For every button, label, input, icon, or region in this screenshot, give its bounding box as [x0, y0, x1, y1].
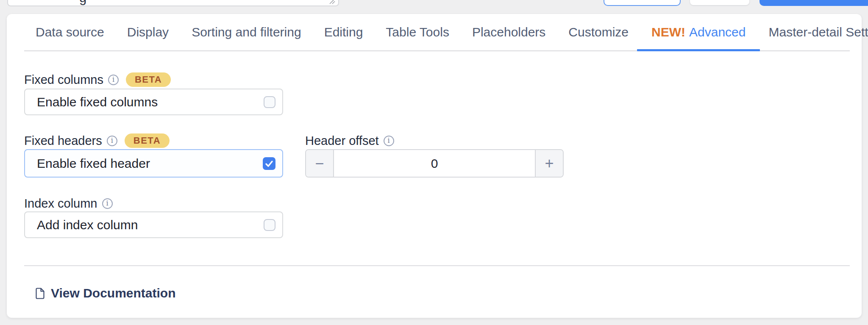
- enable-fixed-columns-field[interactable]: Enable fixed columns: [24, 89, 283, 115]
- info-icon[interactable]: [384, 136, 394, 146]
- beta-badge: BETA: [125, 133, 170, 148]
- beta-badge: BETA: [126, 72, 171, 87]
- tab-display[interactable]: Display: [116, 14, 180, 50]
- tab-customize[interactable]: Customize: [557, 14, 640, 50]
- checkmark-icon: [264, 159, 274, 168]
- header-offset-label: Header offset: [305, 134, 379, 148]
- index-column-label-row: Index column: [24, 196, 113, 211]
- add-index-column-label: Add index column: [37, 218, 264, 232]
- toolbar-outline-button[interactable]: [604, 0, 681, 6]
- add-index-column-field[interactable]: Add index column: [24, 211, 283, 238]
- header-offset-input[interactable]: [333, 150, 536, 177]
- resize-handle-icon[interactable]: [328, 0, 336, 4]
- header-offset-stepper: − +: [305, 149, 564, 178]
- toolbar-secondary-button[interactable]: [690, 0, 749, 5]
- decrease-button[interactable]: −: [306, 150, 333, 177]
- view-documentation-link[interactable]: View Documentation: [36, 284, 176, 302]
- code-editor-textarea[interactable]: g: [7, 0, 339, 6]
- tab-data-source[interactable]: Data source: [24, 14, 116, 50]
- enable-fixed-header-field[interactable]: Enable fixed header: [24, 149, 283, 178]
- increase-button[interactable]: +: [536, 150, 563, 177]
- tab-master-detail-settings[interactable]: Master-detail Settings: [757, 14, 868, 50]
- fixed-headers-label-row: Fixed headers BETA: [24, 133, 170, 148]
- fixed-headers-label: Fixed headers: [24, 134, 102, 148]
- info-icon[interactable]: [107, 136, 117, 146]
- fixed-columns-label: Fixed columns: [24, 73, 103, 87]
- settings-tab-bar: Data source Display Sorting and filterin…: [24, 14, 850, 51]
- settings-panel: Data source Display Sorting and filterin…: [7, 14, 862, 318]
- add-index-column-checkbox[interactable]: [264, 219, 275, 231]
- enable-fixed-header-label: Enable fixed header: [37, 156, 263, 171]
- index-column-label: Index column: [24, 197, 97, 211]
- enable-fixed-header-checkbox[interactable]: [263, 157, 275, 170]
- toolbar-primary-button[interactable]: [760, 0, 868, 6]
- tab-advanced[interactable]: NEW! Advanced: [640, 14, 757, 50]
- tab-sorting-and-filtering[interactable]: Sorting and filtering: [180, 14, 313, 50]
- info-icon[interactable]: [102, 198, 113, 209]
- info-icon[interactable]: [108, 75, 119, 85]
- editor-partial-text: g: [79, 0, 86, 6]
- document-icon: [36, 288, 45, 299]
- tab-table-tools[interactable]: Table Tools: [374, 14, 461, 50]
- tab-placeholders[interactable]: Placeholders: [461, 14, 557, 50]
- enable-fixed-columns-checkbox[interactable]: [264, 96, 275, 108]
- footer-divider: [24, 265, 850, 266]
- enable-fixed-columns-label: Enable fixed columns: [37, 95, 264, 109]
- new-badge-text: NEW!: [651, 25, 685, 39]
- fixed-columns-label-row: Fixed columns BETA: [24, 72, 171, 87]
- tab-editing[interactable]: Editing: [313, 14, 375, 50]
- header-offset-label-row: Header offset: [305, 133, 394, 148]
